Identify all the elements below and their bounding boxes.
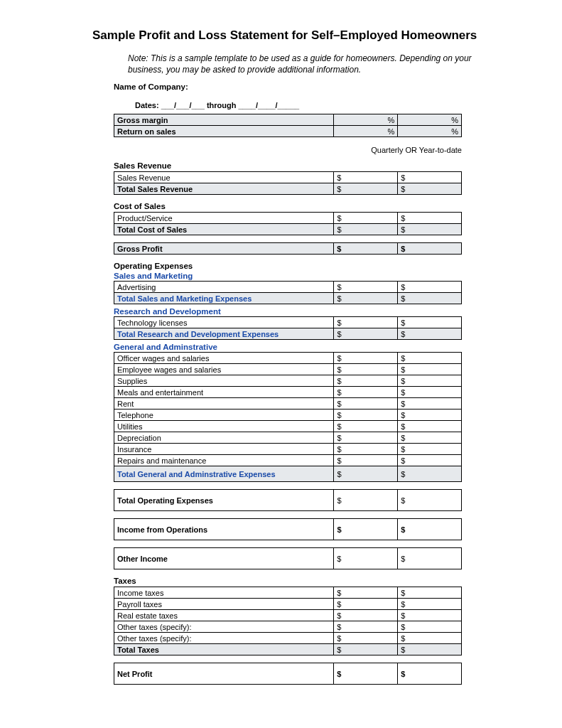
gross-profit-row: Gross Profit $ $	[114, 242, 462, 255]
cell: $	[398, 587, 462, 599]
row-label: Other Income	[114, 548, 334, 569]
cell: %	[334, 114, 398, 126]
cell: $	[398, 183, 462, 195]
row-label: Rent	[114, 398, 334, 410]
cell: $	[334, 398, 398, 410]
cell: $	[334, 375, 398, 387]
row-label: Gross margin	[114, 114, 334, 126]
dates-line: Dates: ___/___/___ through ____/____/___…	[135, 101, 491, 109]
cell: $	[334, 466, 398, 482]
row-label: Total Sales Revenue	[114, 183, 334, 195]
row-label: Return on sales	[114, 126, 334, 137]
cell: $	[334, 282, 398, 293]
cell: $	[398, 317, 462, 328]
row-label: Income from Operations	[114, 519, 334, 540]
cell: $	[398, 375, 462, 387]
cell: $	[398, 328, 462, 340]
row-label: Telephone	[114, 410, 334, 421]
cell: $	[398, 444, 462, 455]
row-label: Insurance	[114, 444, 334, 455]
sub-heading: Sales and Marketing	[114, 272, 491, 280]
cell: $	[334, 183, 398, 195]
sub-heading: Research and Development	[114, 307, 491, 316]
row-label: Income taxes	[114, 587, 334, 599]
cell: $	[334, 317, 398, 328]
section-heading: Sales Revenue	[114, 161, 491, 170]
cell: $	[398, 387, 462, 398]
cell: $	[334, 243, 398, 255]
net-profit-row: Net Profit $ $	[114, 663, 462, 685]
note-text: Note: This is a sample template to be us…	[128, 53, 491, 75]
cell: $	[398, 599, 462, 610]
cell: %	[398, 126, 462, 137]
row-label: Net Profit	[114, 663, 334, 685]
row-label: Total Cost of Sales	[114, 224, 334, 235]
cell: $	[334, 213, 398, 224]
row-label: Gross Profit	[114, 243, 334, 255]
sales-revenue-table: Sales Revenue $ $ Total Sales Revenue $ …	[114, 171, 462, 195]
cell: $	[398, 621, 462, 633]
cell: $	[398, 410, 462, 421]
row-label: Product/Service	[114, 213, 334, 224]
cell: %	[398, 114, 462, 126]
sales-marketing-table: Advertising $ $ Total Sales and Marketin…	[114, 281, 462, 304]
page-title: Sample Profit and Loss Statement for Sel…	[92, 28, 491, 43]
cell: $	[334, 421, 398, 432]
sub-heading: General and Adminstrative	[114, 343, 491, 351]
row-label: Total Taxes	[114, 644, 334, 655]
row-label: Meals and entertainment	[114, 387, 334, 398]
cost-of-sales-table: Product/Service $ $ Total Cost of Sales …	[114, 212, 462, 235]
row-label: Total Research and Development Expenses	[114, 328, 334, 340]
row-label: Supplies	[114, 375, 334, 387]
cell: $	[334, 172, 398, 183]
row-label: Total Operating Expenses	[114, 490, 334, 511]
cell: $	[334, 444, 398, 455]
cell: $	[398, 519, 462, 540]
cell: $	[398, 243, 462, 255]
cell: $	[334, 633, 398, 644]
cell: $	[398, 224, 462, 235]
cell: $	[334, 432, 398, 444]
income-ops-row: Income from Operations $ $	[114, 518, 462, 540]
cell: $	[334, 353, 398, 364]
cell: $	[398, 172, 462, 183]
cell: $	[398, 421, 462, 432]
cell: $	[334, 328, 398, 340]
cell: $	[398, 282, 462, 293]
row-label: Payroll taxes	[114, 599, 334, 610]
cell: $	[398, 213, 462, 224]
cell: $	[398, 432, 462, 444]
cell: $	[334, 293, 398, 304]
row-label: Employee wages and salaries	[114, 364, 334, 375]
row-label: Real estate taxes	[114, 610, 334, 621]
row-label: Repairs and maintenance	[114, 455, 334, 466]
cell: $	[334, 410, 398, 421]
cell: $	[334, 548, 398, 569]
row-label: Utilities	[114, 421, 334, 432]
cell: $	[334, 224, 398, 235]
cell: $	[334, 663, 398, 685]
cell: $	[398, 353, 462, 364]
cell: $	[334, 587, 398, 599]
cell: $	[334, 519, 398, 540]
margin-table: Gross margin % % Return on sales % %	[114, 114, 462, 137]
total-opex-row: Total Operating Expenses $ $	[114, 489, 462, 511]
cell: $	[334, 490, 398, 511]
cell: $	[398, 644, 462, 655]
cell: $	[334, 610, 398, 621]
ga-table: Officer wages and salaries$$Employee wag…	[114, 352, 462, 482]
cell: $	[398, 633, 462, 644]
company-label: Name of Company:	[114, 82, 491, 91]
other-income-row: Other Income $ $	[114, 547, 462, 569]
cell: $	[334, 599, 398, 610]
section-heading: Operating Expenses	[114, 262, 491, 270]
cell: $	[398, 610, 462, 621]
rnd-table: Technology licenses $ $ Total Research a…	[114, 316, 462, 340]
row-label: Technology licenses	[114, 317, 334, 328]
cell: $	[398, 364, 462, 375]
row-label: Total General and Adminstrative Expenses	[114, 466, 334, 482]
cell: $	[398, 548, 462, 569]
section-heading: Cost of Sales	[114, 202, 491, 210]
cell: $	[334, 644, 398, 655]
cell: $	[398, 490, 462, 511]
